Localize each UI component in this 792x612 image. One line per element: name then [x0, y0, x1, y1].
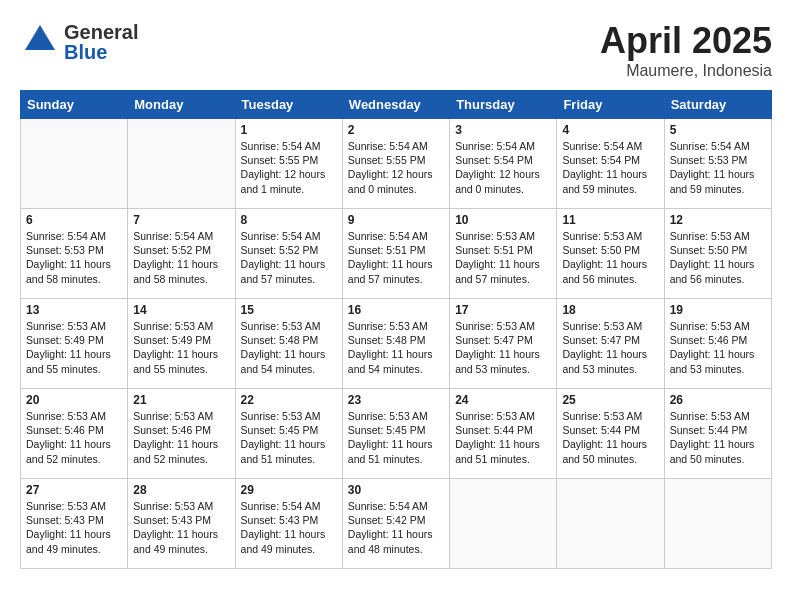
- day-info: Daylight: 12 hours: [348, 167, 444, 181]
- day-info: Sunrise: 5:53 AM: [241, 319, 337, 333]
- day-info: Daylight: 12 hours: [241, 167, 337, 181]
- day-info: and 56 minutes.: [562, 272, 658, 286]
- day-info: Sunset: 5:46 PM: [26, 423, 122, 437]
- day-cell: 23Sunrise: 5:53 AMSunset: 5:45 PMDayligh…: [342, 389, 449, 479]
- day-info: Sunrise: 5:53 AM: [26, 499, 122, 513]
- day-info: Sunrise: 5:53 AM: [455, 229, 551, 243]
- day-number: 15: [241, 303, 337, 317]
- day-cell: 27Sunrise: 5:53 AMSunset: 5:43 PMDayligh…: [21, 479, 128, 569]
- day-info: Sunrise: 5:54 AM: [241, 229, 337, 243]
- day-info: Sunset: 5:46 PM: [133, 423, 229, 437]
- day-cell: 12Sunrise: 5:53 AMSunset: 5:50 PMDayligh…: [664, 209, 771, 299]
- day-info: and 50 minutes.: [670, 452, 766, 466]
- header-row: SundayMondayTuesdayWednesdayThursdayFrid…: [21, 91, 772, 119]
- day-info: Sunrise: 5:53 AM: [241, 409, 337, 423]
- day-info: Sunset: 5:44 PM: [670, 423, 766, 437]
- day-info: Sunset: 5:48 PM: [348, 333, 444, 347]
- day-cell: 1Sunrise: 5:54 AMSunset: 5:55 PMDaylight…: [235, 119, 342, 209]
- day-info: Sunrise: 5:54 AM: [455, 139, 551, 153]
- day-info: Sunset: 5:46 PM: [670, 333, 766, 347]
- day-cell: [450, 479, 557, 569]
- day-info: Daylight: 11 hours: [26, 347, 122, 361]
- day-number: 10: [455, 213, 551, 227]
- day-info: Daylight: 11 hours: [670, 167, 766, 181]
- header-col-wednesday: Wednesday: [342, 91, 449, 119]
- day-cell: 5Sunrise: 5:54 AMSunset: 5:53 PMDaylight…: [664, 119, 771, 209]
- day-cell: 3Sunrise: 5:54 AMSunset: 5:54 PMDaylight…: [450, 119, 557, 209]
- day-info: Daylight: 11 hours: [133, 257, 229, 271]
- day-info: Daylight: 11 hours: [133, 527, 229, 541]
- day-info: and 54 minutes.: [348, 362, 444, 376]
- day-cell: 14Sunrise: 5:53 AMSunset: 5:49 PMDayligh…: [128, 299, 235, 389]
- day-info: Sunset: 5:45 PM: [241, 423, 337, 437]
- day-info: Sunrise: 5:53 AM: [455, 409, 551, 423]
- day-info: Sunset: 5:43 PM: [133, 513, 229, 527]
- day-number: 9: [348, 213, 444, 227]
- day-info: Sunset: 5:54 PM: [562, 153, 658, 167]
- day-info: Sunset: 5:53 PM: [670, 153, 766, 167]
- day-info: Sunrise: 5:54 AM: [241, 139, 337, 153]
- day-info: Sunset: 5:45 PM: [348, 423, 444, 437]
- day-info: and 57 minutes.: [455, 272, 551, 286]
- day-number: 16: [348, 303, 444, 317]
- day-info: Daylight: 11 hours: [348, 437, 444, 451]
- week-row-5: 27Sunrise: 5:53 AMSunset: 5:43 PMDayligh…: [21, 479, 772, 569]
- day-info: Sunrise: 5:54 AM: [348, 499, 444, 513]
- day-info: Sunset: 5:47 PM: [562, 333, 658, 347]
- day-info: and 57 minutes.: [241, 272, 337, 286]
- day-cell: 19Sunrise: 5:53 AMSunset: 5:46 PMDayligh…: [664, 299, 771, 389]
- day-number: 21: [133, 393, 229, 407]
- day-cell: [21, 119, 128, 209]
- day-number: 3: [455, 123, 551, 137]
- day-info: Sunrise: 5:53 AM: [562, 229, 658, 243]
- day-info: and 50 minutes.: [562, 452, 658, 466]
- day-info: Sunrise: 5:53 AM: [670, 409, 766, 423]
- day-info: Sunset: 5:43 PM: [241, 513, 337, 527]
- day-info: Sunrise: 5:54 AM: [562, 139, 658, 153]
- header-col-sunday: Sunday: [21, 91, 128, 119]
- day-info: Daylight: 11 hours: [455, 347, 551, 361]
- day-info: and 58 minutes.: [26, 272, 122, 286]
- day-number: 26: [670, 393, 766, 407]
- day-info: Sunrise: 5:53 AM: [670, 229, 766, 243]
- day-info: Sunrise: 5:53 AM: [26, 319, 122, 333]
- day-info: and 57 minutes.: [348, 272, 444, 286]
- day-info: and 54 minutes.: [241, 362, 337, 376]
- day-info: and 52 minutes.: [133, 452, 229, 466]
- day-info: Sunset: 5:51 PM: [455, 243, 551, 257]
- day-info: Sunset: 5:44 PM: [562, 423, 658, 437]
- day-info: Daylight: 11 hours: [133, 437, 229, 451]
- day-info: Sunrise: 5:54 AM: [26, 229, 122, 243]
- header-col-friday: Friday: [557, 91, 664, 119]
- title-area: April 2025 Maumere, Indonesia: [600, 20, 772, 80]
- day-number: 13: [26, 303, 122, 317]
- day-info: Sunrise: 5:54 AM: [348, 139, 444, 153]
- day-cell: 22Sunrise: 5:53 AMSunset: 5:45 PMDayligh…: [235, 389, 342, 479]
- day-number: 14: [133, 303, 229, 317]
- day-cell: 26Sunrise: 5:53 AMSunset: 5:44 PMDayligh…: [664, 389, 771, 479]
- day-cell: 25Sunrise: 5:53 AMSunset: 5:44 PMDayligh…: [557, 389, 664, 479]
- day-number: 6: [26, 213, 122, 227]
- logo-icon: [20, 20, 60, 60]
- day-number: 27: [26, 483, 122, 497]
- day-info: Daylight: 11 hours: [241, 437, 337, 451]
- day-info: Daylight: 11 hours: [562, 257, 658, 271]
- day-number: 8: [241, 213, 337, 227]
- day-number: 12: [670, 213, 766, 227]
- day-info: Sunset: 5:50 PM: [670, 243, 766, 257]
- day-info: Daylight: 11 hours: [562, 347, 658, 361]
- day-number: 2: [348, 123, 444, 137]
- day-cell: 30Sunrise: 5:54 AMSunset: 5:42 PMDayligh…: [342, 479, 449, 569]
- day-number: 28: [133, 483, 229, 497]
- day-info: and 51 minutes.: [348, 452, 444, 466]
- day-info: Sunrise: 5:53 AM: [562, 319, 658, 333]
- day-cell: 9Sunrise: 5:54 AMSunset: 5:51 PMDaylight…: [342, 209, 449, 299]
- day-info: Daylight: 11 hours: [241, 347, 337, 361]
- day-number: 18: [562, 303, 658, 317]
- day-info: Sunset: 5:54 PM: [455, 153, 551, 167]
- day-number: 30: [348, 483, 444, 497]
- day-number: 25: [562, 393, 658, 407]
- day-info: Daylight: 11 hours: [241, 527, 337, 541]
- day-info: Daylight: 12 hours: [455, 167, 551, 181]
- day-info: and 1 minute.: [241, 182, 337, 196]
